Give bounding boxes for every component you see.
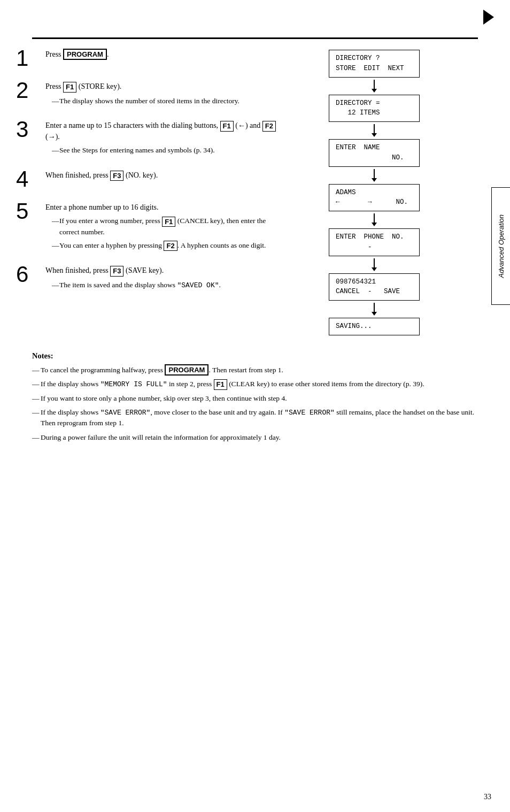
step-2-content: Press F1 (STORE key). The display shows … [45, 79, 283, 109]
sidebar-label: Advanced Operation [497, 215, 505, 278]
top-divider [32, 37, 478, 39]
step-1-content: Press PROGRAM. [45, 47, 283, 63]
step-3: 3 Enter a name up to 15 characters with … [16, 118, 283, 158]
save-error-code2: "SAVE ERROR" [284, 409, 335, 417]
f3-key-badge-step4: F3 [110, 171, 123, 181]
step-3-main: Enter a name up to 15 characters with th… [45, 120, 283, 142]
fc-box-4: ADAMS ← → NO. [329, 184, 420, 212]
step-3-sub-1: See the Steps for entering names and sym… [52, 145, 283, 156]
note-item-1: To cancel the programming halfway, press… [32, 365, 478, 376]
step-5-sub-1: If you enter a wrong number, press F1 (C… [52, 216, 283, 237]
step-2: 2 Press F1 (STORE key). The display show… [16, 79, 283, 109]
step-3-sub: See the Steps for entering names and sym… [52, 145, 283, 156]
fc-arrow-3 [374, 169, 375, 179]
page: 1 Press PROGRAM. 2 Press F1 (STORE key). [0, 0, 510, 812]
step-5-content: Enter a phone number up to 16 digits. If… [45, 200, 283, 254]
step-1-main: Press PROGRAM. [45, 49, 283, 60]
fc-box-2: DIRECTORY = 12 ITEMS [329, 95, 420, 122]
fc-box-7: SAVING... [329, 318, 420, 335]
step-6: 6 When finished, press F3 (SAVE key). Th… [16, 263, 283, 293]
save-error-code1: "SAVE ERROR" [101, 409, 151, 417]
fc-arrow-2 [374, 124, 375, 134]
fc-arrow-4 [374, 213, 375, 223]
step-number-1: 1 [16, 47, 45, 70]
fc-arrow-6 [374, 303, 375, 312]
step-number-6: 6 [16, 263, 45, 286]
f1-key-note2: F1 [214, 379, 227, 390]
sidebar-tab: Advanced Operation [491, 187, 510, 305]
notes-title: Notes: [32, 351, 478, 361]
fc-arrow-1 [374, 80, 375, 89]
note-item-5: During a power failure the unit will ret… [32, 432, 478, 443]
fc-box-6: 0987654321 CANCEL - SAVE [329, 273, 420, 301]
fc-box-1: DIRECTORY ? STORE EDIT NEXT [329, 50, 420, 78]
flowchart-panel: DIRECTORY ? STORE EDIT NEXT DIRECTORY = … [294, 47, 454, 335]
step-5: 5 Enter a phone number up to 16 digits. … [16, 200, 283, 254]
step-3-content: Enter a name up to 15 characters with th… [45, 118, 283, 158]
step-2-sub: The display shows the number of stored i… [52, 96, 283, 106]
step-4-main: When finished, press F3 (NO. key). [45, 170, 283, 181]
note-item-2: If the display shows "MEMORY IS FULL" in… [32, 379, 478, 390]
step-6-main: When finished, press F3 (SAVE key). [45, 265, 283, 277]
step-number-4: 4 [16, 168, 45, 190]
fc-box-5: ENTER PHONE NO. - [329, 228, 420, 256]
saved-ok-code: "SAVED OK" [177, 281, 219, 289]
note-item-3: If you want to store only a phone number… [32, 393, 478, 404]
program-key-badge: PROGRAM [63, 49, 107, 60]
step-5-main: Enter a phone number up to 16 digits. [45, 202, 283, 213]
content-area: 1 Press PROGRAM. 2 Press F1 (STORE key). [16, 47, 494, 335]
memory-full-code: "MEMORY IS FULL" [101, 380, 167, 388]
step-2-main: Press F1 (STORE key). [45, 81, 283, 93]
instructions-panel: 1 Press PROGRAM. 2 Press F1 (STORE key). [16, 47, 294, 335]
program-key-note1: PROGRAM [165, 364, 208, 376]
f2-key-badge-step3: F2 [262, 121, 276, 132]
step-number-2: 2 [16, 79, 45, 102]
step-2-sub-1: The display shows the number of stored i… [52, 96, 283, 106]
notes-list: To cancel the programming halfway, press… [32, 365, 478, 443]
step-6-sub-1: The item is saved and the display shows … [52, 280, 283, 291]
fc-arrow-5 [374, 258, 375, 268]
f1-key-badge-step5: F1 [162, 217, 175, 227]
step-6-sub: The item is saved and the display shows … [52, 280, 283, 291]
note-item-4: If the display shows "SAVE ERROR", move … [32, 407, 478, 429]
top-arrow-icon [483, 10, 494, 25]
page-number: 33 [484, 793, 491, 801]
step-6-content: When finished, press F3 (SAVE key). The … [45, 263, 283, 293]
f3-key-badge-step6: F3 [110, 266, 123, 277]
f1-key-badge-step2: F1 [63, 82, 76, 93]
fc-box-3: ENTER NAME NO. [329, 139, 420, 167]
f1-key-badge-step3: F1 [220, 121, 234, 132]
step-5-sub: If you enter a wrong number, press F1 (C… [52, 216, 283, 251]
step-4: 4 When finished, press F3 (NO. key). [16, 168, 283, 190]
step-5-sub-2: You can enter a hyphen by pressing F2. A… [52, 240, 283, 251]
step-number-5: 5 [16, 200, 45, 223]
notes-section: Notes: To cancel the programming halfway… [16, 351, 494, 443]
step-4-content: When finished, press F3 (NO. key). [45, 168, 283, 185]
step-number-3: 3 [16, 118, 45, 141]
step-1: 1 Press PROGRAM. [16, 47, 283, 70]
f2-key-badge-step5: F2 [164, 241, 177, 251]
